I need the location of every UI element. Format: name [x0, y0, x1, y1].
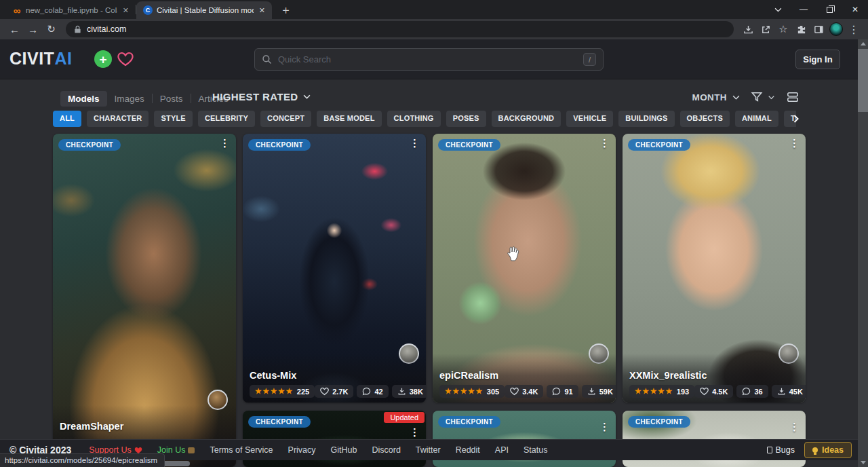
tab-close-icon[interactable]: ✕: [121, 6, 130, 15]
tab-close-icon[interactable]: ✕: [258, 6, 267, 15]
bookmark-star-icon[interactable]: ☆: [774, 20, 792, 38]
checkpoint-badge[interactable]: CHECKPOINT: [58, 139, 121, 151]
chip-clothing[interactable]: CLOTHING: [387, 111, 441, 127]
chip-animal[interactable]: ANIMAL: [735, 111, 778, 127]
terms-link[interactable]: Terms of Service: [210, 445, 273, 455]
chevron-down-icon: [768, 95, 774, 100]
side-panel-icon[interactable]: [810, 20, 827, 38]
bugs-link[interactable]: Bugs: [767, 445, 795, 455]
tab-images[interactable]: Images: [107, 91, 152, 107]
chip-buildings[interactable]: BUILDINGS: [618, 111, 674, 127]
reload-button[interactable]: ↻: [42, 20, 60, 38]
site-header: CIVITAI + / Sign In: [0, 39, 868, 79]
stat-pills: 2.7K 42 38K: [315, 385, 426, 398]
tab-colab[interactable]: ∞ new_colab_file.ipynb - Colaborat ✕: [5, 1, 136, 19]
page-scrollbar[interactable]: [858, 39, 868, 467]
url-text: civitai.com: [87, 24, 126, 34]
favorites-heart-icon[interactable]: [117, 50, 134, 68]
filter-funnel-icon[interactable]: [751, 91, 763, 103]
chip-celebrity[interactable]: CELEBRITY: [198, 111, 255, 127]
card-menu-icon[interactable]: ⋮: [789, 138, 800, 148]
download-icon: [397, 387, 406, 396]
period-dropdown[interactable]: MONTH: [692, 92, 728, 102]
share-icon[interactable]: [757, 20, 774, 38]
close-button[interactable]: ✕: [842, 0, 868, 19]
card-menu-icon[interactable]: ⋮: [599, 422, 610, 432]
checkpoint-badge[interactable]: CHECKPOINT: [628, 416, 690, 428]
search-icon: [262, 54, 272, 64]
card-menu-icon[interactable]: ⋮: [789, 422, 800, 432]
scrollbar-down-icon[interactable]: [858, 458, 868, 467]
tab-posts[interactable]: Posts: [153, 91, 191, 107]
restore-button[interactable]: [816, 0, 842, 19]
checkpoint-badge[interactable]: CHECKPOINT: [628, 139, 690, 151]
search-input[interactable]: [278, 54, 583, 64]
address-bar[interactable]: civitai.com: [66, 21, 734, 37]
scrollbar-thumb[interactable]: [858, 49, 868, 112]
model-card-xxmix-9realistic[interactable]: CHECKPOINT ⋮ XXMix_9realistic ★★★★★ 193 …: [623, 134, 806, 403]
browser-toolbar: ← → ↻ civitai.com ☆ ⋮: [0, 19, 868, 39]
scrollbar-up-icon[interactable]: [858, 39, 868, 48]
profile-avatar[interactable]: [827, 20, 845, 38]
browser-menu-icon[interactable]: ⋮: [845, 20, 863, 38]
downloads-icon[interactable]: [739, 20, 757, 38]
sign-in-button[interactable]: Sign In: [795, 50, 840, 69]
sort-dropdown[interactable]: HIGHEST RATED: [212, 91, 311, 102]
stat-pills: 3.4K 91 59K: [505, 385, 616, 398]
card-layout-icon[interactable]: [787, 91, 799, 103]
card-menu-icon[interactable]: ⋮: [410, 138, 420, 148]
model-card-epicrealism[interactable]: CHECKPOINT ⋮ epiCRealism ★★★★★ 305 3.4K: [433, 134, 616, 403]
tab-civitai[interactable]: C Civitai | Stable Diffusion models, ✕: [136, 1, 272, 19]
rating-count: 225: [297, 388, 309, 396]
chip-base-model[interactable]: BASE MODEL: [317, 111, 381, 127]
minimize-button[interactable]: —: [791, 0, 816, 19]
create-plus-button[interactable]: +: [94, 50, 112, 68]
category-chips: ALL CHARACTER STYLE CELEBRITY CONCEPT BA…: [53, 111, 796, 127]
chips-scroll-right-icon[interactable]: [789, 112, 803, 126]
model-card-cetus-mix[interactable]: CHECKPOINT ⋮ Cetus-Mix ★★★★★ 225 2.7K: [243, 134, 426, 403]
chip-vehicle[interactable]: VEHICLE: [566, 111, 613, 127]
browser-window: ∞ new_colab_file.ipynb - Colaborat ✕ C C…: [0, 0, 868, 467]
github-link[interactable]: GitHub: [331, 445, 357, 455]
chip-character[interactable]: CHARACTER: [87, 111, 149, 127]
forward-button[interactable]: →: [24, 20, 42, 38]
checkpoint-badge[interactable]: CHECKPOINT: [438, 139, 500, 151]
colab-icon: ∞: [12, 5, 22, 15]
join-us-icon: [188, 447, 195, 453]
card-menu-icon[interactable]: ⋮: [599, 138, 610, 148]
twitter-link[interactable]: Twitter: [416, 445, 441, 455]
card-menu-icon[interactable]: ⋮: [410, 427, 420, 437]
discord-link[interactable]: Discord: [372, 445, 400, 455]
search-bar[interactable]: /: [254, 48, 604, 71]
chip-background[interactable]: BACKGROUND: [492, 111, 561, 127]
new-tab-button[interactable]: ＋: [272, 0, 300, 19]
chip-style[interactable]: STYLE: [154, 111, 192, 127]
comments-pill: 42: [357, 385, 388, 398]
heart-icon: [134, 447, 142, 454]
tab-search-chevron-icon[interactable]: [765, 0, 791, 19]
privacy-link[interactable]: Privacy: [288, 445, 316, 455]
ideas-button[interactable]: Ideas: [804, 442, 852, 458]
checkpoint-badge[interactable]: CHECKPOINT: [438, 416, 500, 428]
checkpoint-badge[interactable]: CHECKPOINT: [248, 416, 311, 428]
star-icons: ★★★★★: [255, 387, 294, 396]
api-link[interactable]: API: [495, 445, 509, 455]
back-button[interactable]: ←: [5, 20, 24, 38]
comments-pill: 91: [547, 385, 578, 398]
model-card-dreamshaper[interactable]: CHECKPOINT ⋮ DreamShaper: [53, 134, 236, 467]
civitai-logo[interactable]: CIVITAI: [9, 49, 72, 69]
checkpoint-badge[interactable]: CHECKPOINT: [248, 139, 311, 151]
search-shortcut-badge: /: [583, 53, 596, 66]
chip-concept[interactable]: CONCEPT: [260, 111, 311, 127]
chip-objects[interactable]: OBJECTS: [680, 111, 730, 127]
footer-actions: Bugs Ideas: [767, 442, 852, 458]
tab-models[interactable]: Models: [60, 91, 107, 107]
chip-poses[interactable]: POSES: [446, 111, 486, 127]
star-icons: ★★★★★: [445, 387, 484, 396]
chip-all[interactable]: ALL: [53, 111, 81, 127]
reddit-link[interactable]: Reddit: [456, 445, 480, 455]
extensions-puzzle-icon[interactable]: [792, 20, 810, 38]
civitai-page: CIVITAI + / Sign In Models Images Posts …: [0, 39, 868, 467]
card-menu-icon[interactable]: ⋮: [220, 138, 230, 148]
status-link[interactable]: Status: [524, 445, 547, 455]
